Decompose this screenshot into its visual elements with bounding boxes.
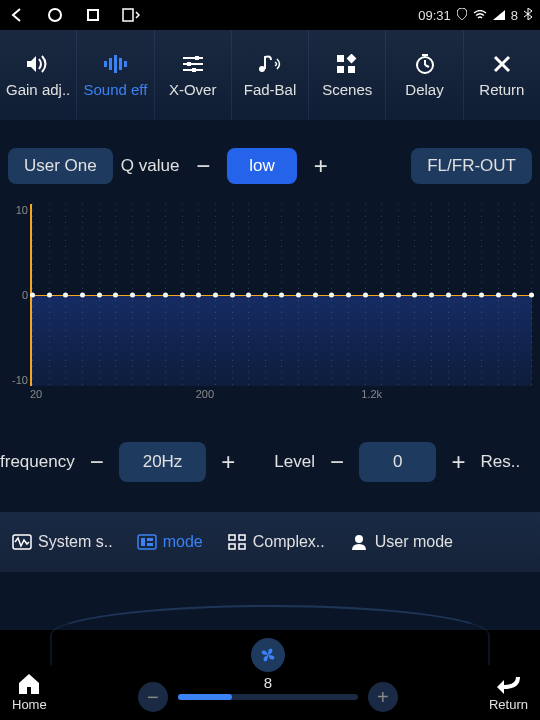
wifi-icon	[473, 8, 487, 23]
tab-label: Return	[479, 81, 524, 98]
return-arrow-icon	[496, 673, 520, 695]
svg-rect-20	[138, 535, 156, 549]
mode-complex[interactable]: Complex..	[227, 533, 325, 551]
chart-plot-area[interactable]	[30, 204, 532, 386]
svg-rect-24	[229, 535, 235, 540]
equalizer-icon	[101, 53, 129, 75]
android-status-bar: 09:31 8	[0, 0, 540, 30]
eq-chart[interactable]: 10 0 -10 20 200 1.2k	[8, 204, 532, 404]
freq-decrease-button[interactable]: −	[81, 446, 113, 478]
x-axis: 20 200 1.2k	[30, 388, 532, 404]
clock: 09:31	[418, 8, 451, 23]
return-button[interactable]: Return	[489, 673, 528, 712]
svg-rect-26	[229, 544, 235, 549]
level-increase-button[interactable]: +	[442, 446, 474, 478]
close-icon	[488, 53, 516, 75]
svg-rect-13	[192, 68, 196, 72]
freq-value-display[interactable]: 20Hz	[119, 442, 207, 482]
svg-rect-16	[337, 66, 344, 73]
mode-bar: System s.. mode Complex.. User mode	[0, 512, 540, 572]
tab-return[interactable]: Return	[464, 30, 540, 120]
volume-icon	[24, 53, 52, 75]
svg-rect-5	[114, 55, 117, 73]
mode-label: Complex..	[253, 533, 325, 551]
grid-icon	[227, 533, 247, 551]
tab-label: Delay	[405, 81, 443, 98]
signal-icon	[493, 8, 505, 23]
q-controls-row: User One Q value − low + FL/FR-OUT	[0, 120, 540, 204]
svg-rect-7	[124, 61, 127, 67]
tab-label: Fad-Bal	[244, 81, 297, 98]
mode-simple[interactable]: mode	[137, 533, 203, 551]
location-icon	[457, 8, 467, 23]
mode-icon	[137, 533, 157, 551]
svg-rect-17	[348, 66, 355, 73]
sliders-icon	[179, 53, 207, 75]
freq-increase-button[interactable]: +	[212, 446, 244, 478]
home-circle-icon[interactable]	[46, 6, 64, 24]
svg-point-0	[49, 9, 61, 21]
q-value-label: Q value	[121, 156, 180, 176]
waveform-icon	[12, 533, 32, 551]
tab-label: X-Over	[169, 81, 217, 98]
tab-gain-adjust[interactable]: Gain adj..	[0, 30, 77, 120]
output-channel-button[interactable]: FL/FR-OUT	[411, 148, 532, 184]
fan-button[interactable]	[251, 638, 285, 672]
user-icon	[349, 533, 369, 551]
volume-down-button[interactable]: −	[138, 682, 168, 712]
svg-rect-15	[337, 55, 344, 62]
tab-scenes[interactable]: Scenes	[309, 30, 386, 120]
bluetooth-icon	[524, 8, 532, 23]
tab-label: Sound eff	[83, 81, 147, 98]
svg-rect-11	[187, 62, 191, 66]
recent-apps-icon[interactable]	[84, 6, 102, 24]
svg-rect-23	[147, 543, 153, 546]
tab-label: Scenes	[322, 81, 372, 98]
user-preset-button[interactable]: User One	[8, 148, 113, 184]
svg-rect-22	[147, 538, 153, 541]
grid-plus-icon	[333, 53, 361, 75]
tab-fader-balance[interactable]: Fad-Bal	[232, 30, 309, 120]
svg-rect-27	[239, 544, 245, 549]
svg-point-28	[355, 535, 363, 543]
screenshot-icon[interactable]	[122, 6, 140, 24]
home-button[interactable]: Home	[12, 673, 47, 712]
music-balance-icon	[256, 53, 284, 75]
bottom-nav: Home − 8 + Return	[0, 630, 540, 720]
svg-rect-3	[104, 61, 107, 67]
y-axis: 10 0 -10	[8, 204, 28, 386]
svg-rect-25	[239, 535, 245, 540]
bt-level: 8	[511, 8, 518, 23]
level-label: Level	[274, 452, 315, 472]
svg-rect-21	[141, 538, 145, 546]
mode-system[interactable]: System s..	[12, 533, 113, 551]
fan-icon	[258, 645, 278, 665]
level-decrease-button[interactable]: −	[321, 446, 353, 478]
mode-label: User mode	[375, 533, 453, 551]
volume-up-button[interactable]: +	[368, 682, 398, 712]
main-toolbar: Gain adj.. Sound eff X-Over Fad-Bal Scen…	[0, 30, 540, 120]
svg-rect-1	[88, 10, 98, 20]
mode-label: System s..	[38, 533, 113, 551]
home-icon	[17, 673, 41, 695]
q-increase-button[interactable]: +	[305, 150, 337, 182]
svg-rect-4	[109, 58, 112, 70]
mode-label: mode	[163, 533, 203, 551]
reset-label[interactable]: Res..	[480, 452, 520, 472]
svg-rect-6	[119, 58, 122, 70]
q-value-display[interactable]: low	[227, 148, 297, 184]
freq-level-row: frequency − 20Hz + Level − 0 + Res..	[0, 412, 540, 512]
q-decrease-button[interactable]: −	[187, 150, 219, 182]
frequency-label: frequency	[0, 452, 75, 472]
tab-label: Gain adj..	[6, 81, 70, 98]
volume-value: 8	[264, 674, 272, 691]
back-icon[interactable]	[8, 6, 26, 24]
timer-icon	[411, 53, 439, 75]
level-value-display[interactable]: 0	[359, 442, 436, 482]
tab-sound-effect[interactable]: Sound eff	[77, 30, 154, 120]
volume-slider[interactable]: 8	[178, 694, 358, 700]
tab-delay[interactable]: Delay	[386, 30, 463, 120]
return-label: Return	[489, 697, 528, 712]
mode-user[interactable]: User mode	[349, 533, 453, 551]
tab-xover[interactable]: X-Over	[155, 30, 232, 120]
